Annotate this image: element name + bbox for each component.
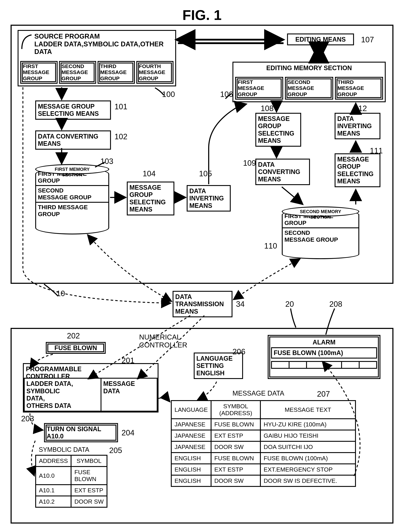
pc-left: LADDER DATA, SYMBOLIC DATA, OTHERS DATA (24, 378, 101, 412)
ref-105: 105 (199, 169, 212, 178)
db103-row-3: THIRD MESSAGE GROUP (36, 202, 108, 219)
db110-title: SECOND MEMORY SECTION (283, 209, 358, 220)
m01: FUSE BLOWN (211, 419, 260, 430)
msg-group-3: THIRD MESSAGE GROUP (98, 61, 135, 84)
m12: GAIBU HIJO TEISHI (260, 430, 355, 441)
sym-r2c1: DOOR SW (71, 496, 107, 507)
db110-row-2: SECOND MESSAGE GROUP (283, 227, 358, 244)
m51: DOOR SW (211, 475, 260, 487)
block-112: DATA INVERTING MEANS (335, 113, 380, 139)
ref-103: 103 (100, 157, 113, 166)
editing-memory-section: EDITING MEMORY SECTION FIRST MESSAGE GRO… (233, 62, 386, 102)
ref-111: 111 (370, 146, 383, 155)
ref-208: 208 (329, 300, 342, 308)
block-109: DATA CONVERTING MEANS (255, 159, 310, 185)
block-111: MESSAGE GROUP SELECTING MEANS (335, 153, 380, 187)
ref-106: 106 (220, 90, 233, 99)
first-memory-section: FIRST MEMORY SECTION FIRST MESSAGE GROUP… (35, 168, 109, 234)
db103-row-2: SECOND MESSAGE GROUP (36, 185, 108, 202)
block-102: DATA CONVERTING MEANS (35, 130, 111, 150)
ref-100: 100 (162, 90, 175, 99)
block-108: MESSAGE GROUP SELECTING MEANS (255, 113, 301, 147)
m30: ENGLISH (171, 453, 211, 464)
symbolic-data-header: SYMBOLIC DATA (39, 446, 89, 453)
m02: HYU-ZU KIRE (100mA) (260, 419, 355, 430)
sym-h2: SYMBOL (71, 455, 107, 467)
ref-10: 10 (56, 289, 65, 298)
msg-h2: MESSAGE TEXT (260, 401, 355, 419)
symbolic-data-table: ADDRESS SYMBOL A10.0FUSE BLOWN A10.1EXT … (35, 455, 107, 508)
em-group-3: THIRD MESSAGE GROUP (335, 77, 383, 100)
ref-206: 206 (233, 347, 245, 356)
msg-h1: SYMBOL (ADDRESS) (211, 401, 260, 419)
ref-207: 207 (317, 389, 330, 398)
m21: DOOR SW (211, 441, 260, 453)
block-104: MESSAGE GROUP SELECTING MEANS (127, 182, 174, 215)
m20: JAPANESE (171, 441, 211, 453)
db103-title: FIRST MEMORY SECTION (36, 167, 108, 177)
msg-group-2: SECOND MESSAGE GROUP (59, 61, 96, 84)
ref-204: 204 (121, 428, 134, 437)
msg-group-1: FIRST MESSAGE GROUP (20, 61, 57, 84)
pc-right: MESSAGE DATA (101, 378, 158, 412)
m11: EXT ESTP (211, 430, 260, 441)
m42: EXT.EMERGENCY STOP (260, 464, 355, 475)
message-data-table: LANGUAGE SYMBOL (ADDRESS) MESSAGE TEXT J… (171, 400, 356, 487)
message-data-header: MESSAGE DATA (233, 389, 284, 397)
alarm-header: ALARM (271, 339, 377, 346)
ref-205: 205 (109, 446, 122, 455)
sym-r2c0: A10.2 (36, 496, 71, 507)
m50: ENGLISH (171, 475, 211, 487)
turn-on-signal: TURN ON SIGNAL A10.0 (44, 423, 118, 442)
sym-h1: ADDRESS (36, 455, 71, 467)
sym-r0c0: A10.0 (36, 467, 71, 485)
programmable-controller: PROGRAMMABLE CONTROLLER LADDER DATA, SYM… (23, 363, 158, 413)
m40: ENGLISH (171, 464, 211, 475)
block-105: DATA INVERTING MEANS (187, 185, 231, 212)
block-101: MESSAGE GROUP SELECTING MEANS (35, 100, 111, 120)
m41: EXT ESTP (211, 464, 260, 475)
source-program-box: SOURCE PROGRAM LADDER DATA,SYMBOLIC DATA… (18, 30, 176, 86)
ref-34: 34 (236, 300, 245, 308)
m31: FUSE BLOWN (211, 453, 260, 464)
alarm-text: FUSE BLOWN (100mA) (271, 347, 377, 358)
msg-group-4: FOURTH MESSAGE GROUP (136, 61, 174, 84)
em-group-1: FIRST MESSAGE GROUP (235, 77, 283, 100)
ref-102: 102 (114, 132, 127, 141)
numerical-controller-label: NUMERICAL CONTROLLER (139, 333, 187, 349)
ref-203: 203 (21, 414, 34, 423)
m52: DOOR SW IS DEFECTIVE. (260, 475, 355, 487)
ref-108: 108 (261, 104, 273, 113)
ref-104: 104 (143, 169, 156, 178)
ref-202: 202 (67, 331, 80, 340)
data-transmission-means: DATA TRANSMISSION MEANS (173, 291, 233, 317)
sym-r0c1: FUSE BLOWN (71, 467, 107, 485)
fuse-blown-display: FUSE BLOWN (46, 342, 106, 354)
em-group-2: SECOND MESSAGE GROUP (285, 77, 333, 100)
sym-r1c1: EXT ESTP (71, 485, 107, 496)
ref-20: 20 (285, 300, 294, 308)
m10: JAPANESE (171, 430, 211, 441)
source-program-header: SOURCE PROGRAM LADDER DATA,SYMBOLIC DATA… (19, 31, 175, 57)
figure-title: FIG. 1 (183, 7, 221, 23)
ref-109: 109 (243, 159, 256, 168)
ref-201: 201 (121, 356, 134, 365)
ref-101: 101 (114, 102, 127, 111)
ref-107: 107 (361, 35, 374, 44)
editing-memory-header: EDITING MEMORY SECTION (233, 63, 385, 73)
alarm-display: ALARM FUSE BLOWN (100mA) (268, 335, 380, 379)
m32: FUSE BLOWN (100mA) (260, 453, 355, 464)
m22: DOA SUITCHI IJO (260, 441, 355, 453)
second-memory-section: SECOND MEMORY SECTION FIRST MESSAGE GROU… (282, 210, 359, 259)
sym-r1c0: A10.1 (36, 485, 71, 496)
msg-h0: LANGUAGE (171, 401, 211, 419)
ref-112: 112 (354, 104, 367, 113)
ref-110: 110 (264, 241, 277, 250)
language-setting: LANGUAGE SETTING ENGLISH (194, 353, 243, 379)
m00: JAPANESE (171, 419, 211, 430)
editing-means: EDITING MEANS (287, 33, 354, 45)
